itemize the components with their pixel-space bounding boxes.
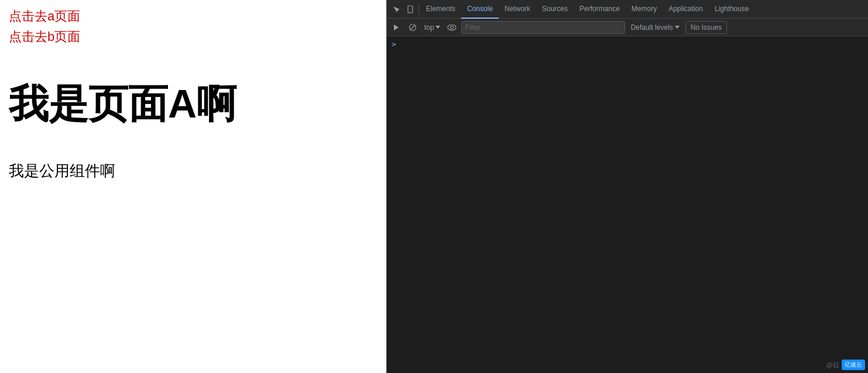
page-title: 我是页面A啊 bbox=[9, 82, 378, 126]
filter-input[interactable] bbox=[461, 21, 625, 34]
clear-console-icon[interactable] bbox=[406, 20, 420, 34]
svg-marker-2 bbox=[394, 25, 399, 30]
console-prompt-line: > bbox=[387, 39, 868, 50]
default-levels-chevron-icon bbox=[675, 26, 680, 29]
no-issues-button[interactable]: No Issues bbox=[685, 21, 727, 34]
tab-network[interactable]: Network bbox=[499, 0, 536, 19]
context-label: top bbox=[424, 23, 434, 32]
default-levels-label: Default levels bbox=[631, 23, 673, 32]
link-to-page-a[interactable]: 点击去a页面 bbox=[9, 6, 378, 26]
svg-point-6 bbox=[450, 26, 453, 29]
devtools-tab-bar: Elements Console Network Sources Perform… bbox=[387, 0, 868, 19]
eye-icon[interactable] bbox=[445, 20, 459, 34]
context-selector[interactable]: top bbox=[422, 20, 442, 34]
tab-performance[interactable]: Performance bbox=[574, 0, 626, 19]
tab-application[interactable]: Application bbox=[663, 0, 709, 19]
navigation-links: 点击去a页面 点击去b页面 bbox=[9, 6, 378, 47]
link-to-page-b[interactable]: 点击去b页面 bbox=[9, 26, 378, 47]
svg-point-1 bbox=[410, 11, 411, 12]
tab-elements[interactable]: Elements bbox=[420, 0, 461, 19]
tab-console[interactable]: Console bbox=[461, 0, 499, 19]
page-content: 点击去a页面 点击去b页面 我是页面A啊 我是公用组件啊 bbox=[0, 0, 386, 373]
common-component-text: 我是公用组件啊 bbox=[9, 161, 378, 181]
tab-sources[interactable]: Sources bbox=[536, 0, 574, 19]
context-chevron-icon bbox=[435, 26, 440, 29]
device-toggle-icon[interactable] bbox=[403, 2, 417, 16]
no-issues-label: No Issues bbox=[691, 23, 722, 32]
watermark-logo: 亿速云 bbox=[842, 360, 865, 370]
run-script-icon[interactable] bbox=[389, 20, 403, 34]
svg-point-5 bbox=[448, 25, 456, 30]
console-body: > bbox=[387, 36, 868, 373]
svg-line-4 bbox=[410, 25, 415, 30]
cursor-icon[interactable] bbox=[389, 2, 403, 16]
watermark-text: @拉 bbox=[826, 361, 839, 369]
devtools-panel: Elements Console Network Sources Perform… bbox=[386, 0, 868, 373]
tab-divider bbox=[418, 4, 419, 15]
tab-memory[interactable]: Memory bbox=[626, 0, 663, 19]
default-levels-button[interactable]: Default levels bbox=[627, 21, 683, 34]
tab-lighthouse[interactable]: Lighthouse bbox=[709, 0, 755, 19]
watermark: @拉 亿速云 bbox=[826, 360, 865, 370]
console-prompt-arrow: > bbox=[392, 40, 396, 49]
console-toolbar: top Default levels No Issues bbox=[387, 19, 868, 36]
